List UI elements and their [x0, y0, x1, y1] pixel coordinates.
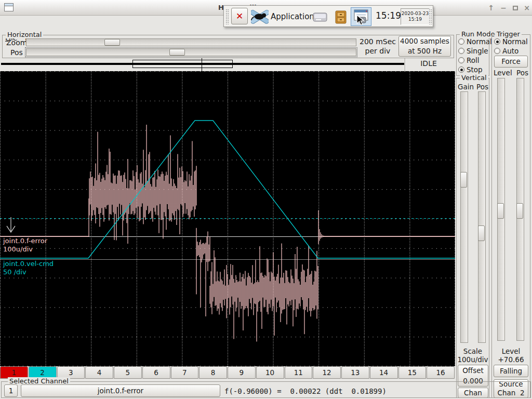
- radio-label: Normal: [467, 37, 492, 46]
- minimize-button[interactable]: −: [498, 3, 509, 12]
- xfce-panel[interactable]: ✕ Applications 15:19 2020-03-23 15:19: [223, 5, 433, 27]
- channel-tab-14[interactable]: 14: [370, 366, 398, 379]
- gain-slider-handle[interactable]: [460, 172, 467, 188]
- channel-tab-10[interactable]: 10: [256, 366, 284, 379]
- pos-slider-handle[interactable]: [169, 49, 185, 56]
- selected-channel-source-button[interactable]: joint.0.f-error: [21, 384, 220, 397]
- trigger-options-auto[interactable]: Auto: [494, 47, 518, 55]
- pos-label: Pos: [10, 48, 23, 57]
- trigger-options-normal[interactable]: Normal: [494, 37, 528, 46]
- vertical-pos-handle[interactable]: [478, 225, 485, 241]
- separator: [405, 58, 406, 71]
- maximize-icon: [513, 6, 518, 10]
- xfce-logo-icon[interactable]: [251, 9, 269, 24]
- radio-icon[interactable]: [458, 48, 464, 54]
- runmode-options-normal[interactable]: Normal: [458, 37, 492, 46]
- selected-channel-frame-label: Selected Channel: [8, 377, 70, 385]
- radio-icon[interactable]: [458, 66, 464, 73]
- scale-title: Scale: [456, 347, 489, 355]
- record-trigger-tick: [202, 58, 202, 71]
- runmode-options-single[interactable]: Single: [458, 47, 488, 55]
- time-per-div-line2: per div: [356, 47, 399, 55]
- samples-line2: at 500 Hz: [399, 46, 450, 56]
- samples-line1: 4000 samples: [399, 36, 450, 46]
- radio-label: Normal: [502, 37, 528, 46]
- level-value: +70.66: [491, 355, 530, 364]
- channel-tab-7[interactable]: 7: [171, 366, 199, 379]
- zoom-slider[interactable]: [26, 38, 356, 46]
- drive-icon[interactable]: [312, 11, 328, 23]
- channel2-name: joint.0.vel-cmd: [3, 260, 54, 268]
- trigger-pos-handle[interactable]: [516, 203, 523, 219]
- mouse-cursor: [356, 15, 365, 26]
- radio-icon[interactable]: [494, 38, 500, 45]
- channel-tab-13[interactable]: 13: [341, 366, 369, 379]
- trigger-pos-slider[interactable]: [516, 78, 524, 341]
- status-text: IDLE: [409, 59, 448, 68]
- scope-display[interactable]: [0, 71, 455, 366]
- zoom-slider-handle[interactable]: [104, 39, 120, 46]
- pos-slider[interactable]: [26, 48, 356, 56]
- selected-channel-number-button[interactable]: 1: [4, 384, 18, 397]
- close-button[interactable]: ×: [521, 3, 532, 12]
- scale-value: 100u/div: [456, 355, 489, 364]
- record-view-window[interactable]: [132, 60, 233, 68]
- runmode-options-roll[interactable]: Roll: [458, 56, 480, 64]
- cursor-readout: f(-0.96000) = 0.00022 (ddt 0.01899): [224, 387, 387, 395]
- trigger-level-col-label: Level: [494, 69, 512, 77]
- channel-tab-5[interactable]: 5: [114, 366, 142, 379]
- channel-tab-6[interactable]: 6: [142, 366, 170, 379]
- file-manager-icon[interactable]: [334, 10, 348, 24]
- samples-button[interactable]: 4000 samples at 500 Hz: [398, 36, 451, 57]
- radio-label: Single: [467, 47, 488, 55]
- offset-line1: Offset: [458, 365, 488, 376]
- radio-label: Auto: [502, 47, 518, 55]
- time-per-div-line1: 200 mSec: [356, 37, 399, 46]
- radio-label: Roll: [467, 56, 480, 64]
- channel-tab-4[interactable]: 4: [85, 366, 113, 379]
- channel-tab-9[interactable]: 9: [228, 366, 256, 379]
- channel1-trace-label: joint.0.f-error 100u/div: [3, 237, 47, 254]
- channel2-scale: 50 /div: [3, 268, 54, 276]
- panel-grip-right[interactable]: [429, 9, 432, 24]
- trigger-pos-col-label: Pos: [516, 69, 528, 77]
- maximize-button[interactable]: [510, 3, 521, 12]
- panel-date: 2020-03-23: [401, 11, 429, 17]
- run-mode-frame: Run Mode NormalSingleRollStop: [456, 34, 489, 76]
- force-button[interactable]: Force: [494, 56, 528, 68]
- channel-tab-16[interactable]: 16: [427, 366, 455, 379]
- trigger-level-handle[interactable]: [497, 203, 504, 219]
- radio-icon[interactable]: [458, 57, 464, 63]
- level-title: Level: [491, 347, 530, 355]
- horizontal-frame-label: Horizontal: [6, 31, 43, 38]
- trigger-frame-label: Trigger: [495, 30, 522, 38]
- zoom-label: Zoom: [6, 38, 27, 47]
- vertical-pos-col-label: Pos: [476, 83, 488, 91]
- shade-button[interactable]: ↑: [485, 3, 497, 12]
- window-icon: [4, 3, 14, 11]
- vertical-frame-label: Vertical: [460, 74, 488, 82]
- channel1-scale: 100u/div: [3, 245, 47, 254]
- trigger-edge-button[interactable]: Falling: [494, 365, 528, 377]
- gain-slider[interactable]: [460, 91, 468, 343]
- radio-label: Stop: [467, 65, 483, 74]
- panel-close-button[interactable]: ✕: [231, 8, 248, 24]
- channel-tab-15[interactable]: 15: [398, 366, 427, 379]
- vertical-pos-slider[interactable]: [478, 91, 486, 343]
- applications-label[interactable]: Applications: [271, 12, 318, 21]
- run-mode-frame-label: Run Mode: [460, 30, 496, 38]
- channel-tab-12[interactable]: 12: [313, 366, 341, 379]
- radio-icon[interactable]: [458, 38, 464, 45]
- gain-col-label: Gain: [458, 83, 474, 91]
- channel1-name: joint.0.f-error: [3, 237, 47, 245]
- panel-clock[interactable]: 15:19: [376, 10, 401, 21]
- panel-time: 15:19: [401, 17, 429, 22]
- channel-tab-11[interactable]: 11: [285, 366, 313, 379]
- radio-icon[interactable]: [494, 48, 500, 54]
- runmode-options-stop[interactable]: Stop: [458, 65, 483, 74]
- channel-tab-8[interactable]: 8: [199, 366, 227, 379]
- channel2-trace-label: joint.0.vel-cmd 50 /div: [3, 260, 54, 276]
- panel-grip-left[interactable]: [225, 9, 229, 24]
- trigger-level-slider[interactable]: [497, 78, 505, 341]
- panel-datetime[interactable]: 2020-03-23 15:19: [401, 8, 430, 25]
